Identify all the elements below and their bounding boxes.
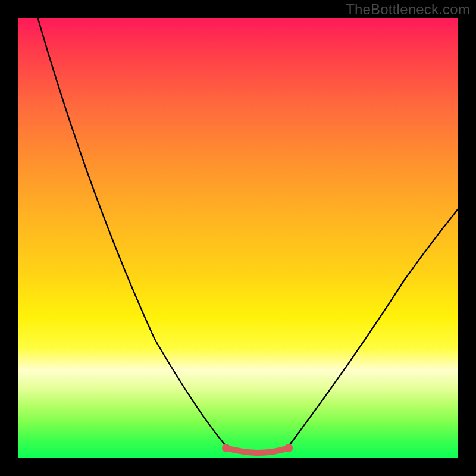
flat-segment-dot-left bbox=[222, 444, 230, 452]
watermark-text: TheBottleneck.com bbox=[346, 1, 470, 18]
plot-area bbox=[18, 18, 458, 458]
left-curve bbox=[37, 18, 226, 446]
flat-segment bbox=[226, 448, 289, 453]
curve-overlay bbox=[18, 18, 458, 458]
right-curve bbox=[289, 205, 458, 446]
flat-segment-dot-right bbox=[284, 444, 293, 452]
chart-frame: TheBottleneck.com bbox=[0, 0, 476, 476]
